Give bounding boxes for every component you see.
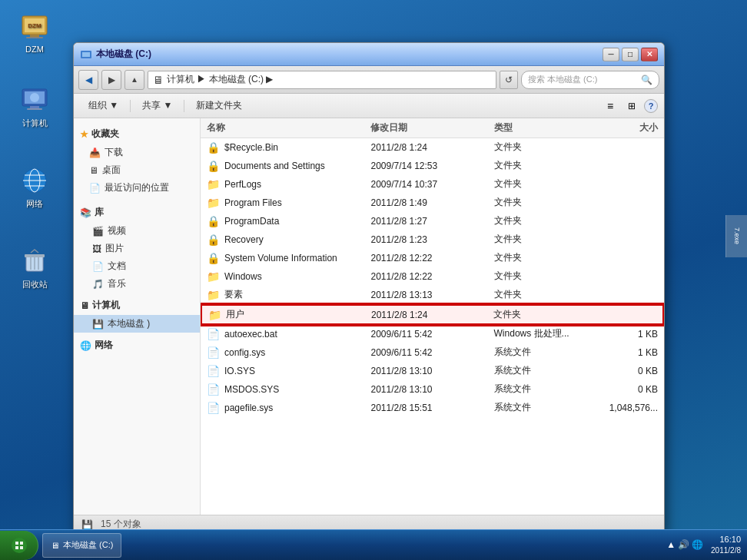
library-section: 📚 库 🎬 视频 🖼 图片 📄 文档 <box>74 203 200 293</box>
table-row[interactable]: 🔒System Volume Information2011/2/8 12:22… <box>201 249 664 267</box>
file-size-cell: 1 KB <box>576 329 658 340</box>
share-button[interactable]: 共享 ▼ <box>134 96 181 116</box>
file-name-text: System Volume Information <box>224 253 337 263</box>
file-date-cell: 2011/2/8 13:13 <box>370 290 493 300</box>
col-header-name[interactable]: 名称 <box>207 121 370 134</box>
table-row[interactable]: 🔒Documents and Settings2009/7/14 12:53文件… <box>201 157 664 175</box>
table-row[interactable]: 🔒Recovery2011/2/8 1:23文件夹 <box>201 230 664 249</box>
address-bar[interactable]: 🖥 计算机 ▶ 本地磁盘 (C:) ▶ <box>148 71 496 89</box>
tray-network-icon: ▲ <box>666 539 676 550</box>
library-title[interactable]: 📚 库 <box>74 203 200 222</box>
desktop-icon-recycle[interactable]: 回收站 <box>12 246 58 290</box>
up-button[interactable]: ▲ <box>124 70 144 90</box>
computer-icon <box>19 84 50 115</box>
search-icon: 🔍 <box>641 75 652 85</box>
table-row[interactable]: 🔒ProgramData2011/2/8 1:27文件夹 <box>201 212 664 230</box>
file-type-cell: 文件夹 <box>494 214 576 227</box>
nav-item-download[interactable]: 📥 下载 <box>74 144 200 161</box>
file-type-icon: 📁 <box>207 289 220 301</box>
file-date-cell: 2009/7/14 10:37 <box>370 179 493 190</box>
table-row[interactable]: 📄config.sys2009/6/11 5:42系统文件1 KB <box>201 343 664 362</box>
file-type-cell: 文件夹 <box>494 177 576 191</box>
pictures-icon: 🖼 <box>92 244 101 254</box>
network-icon <box>19 165 50 196</box>
nav-item-recent[interactable]: 📄 最近访问的位置 <box>74 179 200 197</box>
explorer-window: 本地磁盘 (C:) ─ □ ✕ ◀ ▶ ▲ 🖥 计算机 ▶ 本地磁盘 (C:) … <box>73 42 665 534</box>
nav-item-pictures[interactable]: 🖼 图片 <box>74 240 200 257</box>
file-size-cell: 1 KB <box>576 347 658 358</box>
minimize-button[interactable]: ─ <box>603 48 619 61</box>
desktop-icon-computer[interactable]: 计算机 <box>12 84 58 129</box>
file-date-cell: 2011/2/8 1:23 <box>370 234 493 245</box>
col-header-type[interactable]: 类型 <box>494 121 576 134</box>
table-row[interactable]: 📁用户2011/2/8 1:24文件夹 <box>201 304 664 325</box>
title-bar: 本地磁盘 (C:) ─ □ ✕ <box>74 43 664 66</box>
table-row[interactable]: 📁Windows2011/2/8 12:22文件夹 <box>201 267 664 286</box>
table-row[interactable]: 📁Program Files2011/2/8 1:49文件夹 <box>201 194 664 212</box>
svg-rect-23 <box>15 542 18 545</box>
file-name-cell: 📄pagefile.sys <box>207 402 370 414</box>
network-section: 🌐 网络 <box>74 336 200 355</box>
desktop-nav-icon: 🖥 <box>89 165 98 176</box>
file-name-cell: 📄autoexec.bat <box>207 328 370 340</box>
table-row[interactable]: 📄pagefile.sys2011/2/8 15:51系统文件1,048,576… <box>201 399 664 417</box>
computer-nav-title[interactable]: 🖥 计算机 <box>74 296 200 315</box>
toolbar-right: ≡ ⊞ ? <box>601 97 658 115</box>
favorites-title[interactable]: ★ 收藏夹 <box>74 124 200 144</box>
table-row[interactable]: 📄IO.SYS2011/2/8 13:10系统文件0 KB <box>201 362 664 380</box>
file-type-icon: 📁 <box>207 178 220 191</box>
col-header-size[interactable]: 大小 <box>576 121 658 134</box>
file-name-text: 要素 <box>224 288 243 301</box>
svg-rect-24 <box>20 542 23 545</box>
computer-nav-icon: 🖥 <box>80 300 89 311</box>
table-row[interactable]: 📄autoexec.bat2009/6/11 5:42Windows 批处理..… <box>201 325 664 343</box>
clock-date: 2011/2/8 <box>711 545 741 556</box>
view-list-button[interactable]: ≡ <box>601 97 619 115</box>
file-date-cell: 2011/2/8 1:27 <box>370 216 493 227</box>
organize-button[interactable]: 组织 ▼ <box>80 96 127 116</box>
view-grid-button[interactable]: ⊞ <box>622 97 641 115</box>
file-type-icon: 📄 <box>207 383 220 396</box>
desktop: DZM DZM 计算机 <box>0 0 747 560</box>
help-button[interactable]: ? <box>644 99 658 113</box>
nav-item-desktop[interactable]: 🖥 桌面 <box>74 161 200 179</box>
file-type-icon: 📄 <box>207 365 220 377</box>
dzm-label: DZM <box>25 45 44 54</box>
desktop-icon-dzm[interactable]: DZM DZM <box>12 12 58 54</box>
nav-item-video[interactable]: 🎬 视频 <box>74 222 200 240</box>
table-row[interactable]: 🔒$Recycle.Bin2011/2/8 1:24文件夹 <box>201 138 664 157</box>
file-type-cell: 文件夹 <box>494 196 576 209</box>
desktop-icon-network[interactable]: 网络 <box>12 165 58 210</box>
address-bar-area: ◀ ▶ ▲ 🖥 计算机 ▶ 本地磁盘 (C:) ▶ ↺ 搜索 本地磁盘 (C:)… <box>74 66 664 94</box>
file-name-text: 用户 <box>226 308 244 321</box>
nav-item-music[interactable]: 🎵 音乐 <box>74 275 200 293</box>
file-date-cell: 2011/2/8 1:49 <box>370 197 493 208</box>
new-folder-button[interactable]: 新建文件夹 <box>188 96 251 116</box>
back-button[interactable]: ◀ <box>78 70 98 90</box>
file-type-cell: 文件夹 <box>494 233 576 246</box>
file-name-cell: 📁要素 <box>207 288 370 301</box>
forward-button[interactable]: ▶ <box>101 70 121 90</box>
start-button[interactable] <box>0 531 38 560</box>
toolbar: 组织 ▼ 共享 ▼ 新建文件夹 ≡ ⊞ ? <box>74 94 664 118</box>
library-icon: 📚 <box>80 207 91 218</box>
search-bar[interactable]: 搜索 本地磁盘 (C:) 🔍 <box>521 71 659 89</box>
network-nav-title[interactable]: 🌐 网络 <box>74 336 200 355</box>
download-icon: 📥 <box>89 147 101 158</box>
maximize-button[interactable]: □ <box>622 48 639 61</box>
file-size-cell: 0 KB <box>576 366 658 376</box>
nav-item-local-disk[interactable]: 💾 本地磁盘 ) <box>74 315 200 333</box>
window-title: 本地磁盘 (C:) <box>96 48 603 61</box>
refresh-button[interactable]: ↺ <box>500 71 518 89</box>
close-button[interactable]: ✕ <box>641 48 658 61</box>
table-row[interactable]: 📁PerfLogs2009/7/14 10:37文件夹 <box>201 175 664 194</box>
col-header-date[interactable]: 修改日期 <box>370 121 493 134</box>
file-type-icon: 📄 <box>207 346 220 359</box>
table-row[interactable]: 📁要素2011/2/8 13:13文件夹 <box>201 286 664 304</box>
toolbar-divider <box>130 100 131 112</box>
file-name-cell: 📁用户 <box>208 308 371 321</box>
file-name-text: ProgramData <box>224 216 279 227</box>
table-row[interactable]: 📄MSDOS.SYS2011/2/8 13:10系统文件0 KB <box>201 380 664 399</box>
nav-item-documents[interactable]: 📄 文档 <box>74 257 200 275</box>
taskbar-item-explorer[interactable]: 🖥 本地磁盘 (C:) <box>42 533 121 558</box>
